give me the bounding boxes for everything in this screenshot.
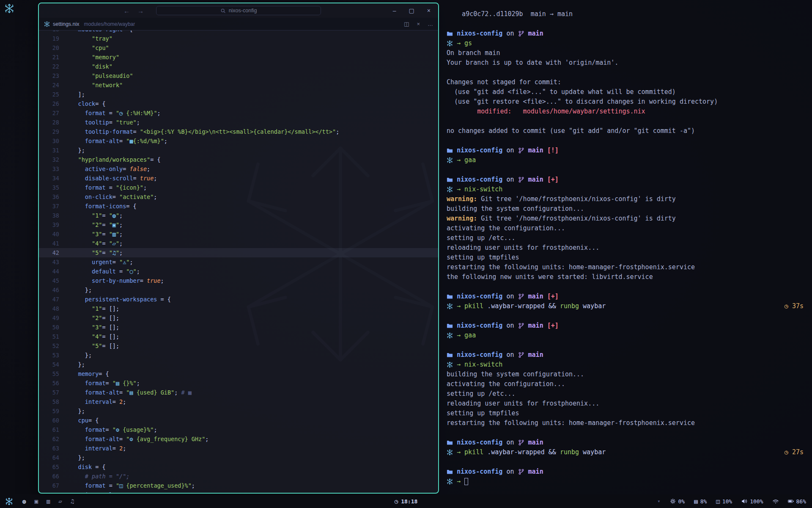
code-line-63[interactable]: 63 interval= 2; [39,444,438,453]
line-content: "hyprland/workspaces"= { [59,155,161,164]
code-line-34[interactable]: 34 disable-scroll= true; [39,174,438,183]
code-line-48[interactable]: 48 "1"= []; [39,304,438,313]
code-line-64[interactable]: 64 }; [39,453,438,462]
nav-history: ← → [123,3,144,18]
forward-button[interactable]: → [137,7,144,14]
terminal-line: On branch main [447,48,806,58]
line-number: 38 [39,211,59,220]
terminal-line: setting up tmpfiles [447,409,806,418]
split-editor-button[interactable]: ◫ [404,21,409,27]
search-text: nixos-config [229,8,257,14]
terminal-line: nixos-config on main [447,29,806,39]
nix-snowflake-icon [447,40,453,47]
code-line-26[interactable]: 26 clock= { [39,99,438,108]
code-line-65[interactable]: 65 disk = { [39,462,438,472]
clock-time: 18:18 [401,498,417,505]
code-line-22[interactable]: 22 "disk" [39,62,438,71]
volume-module[interactable]: 100% [741,498,763,505]
code-line-41[interactable]: 41 "4"= "▱"; [39,239,438,248]
terminal-line: reloading user units for frostphoenix... [447,399,806,409]
command-center-search[interactable]: nixos-config [156,6,321,15]
code-line-50[interactable]: 50 "3"= []; [39,323,438,332]
close-tab-button[interactable]: × [417,21,420,27]
code-line-36[interactable]: 36 on-click= "activate"; [39,192,438,202]
code-line-55[interactable]: 55 memory= { [39,369,438,378]
code-line-44[interactable]: 44 default = "○"; [39,267,438,276]
code-line-29[interactable]: 29 tooltip-format= "<big>{:%Y %B}</big>\… [39,127,438,136]
close-button[interactable]: × [427,7,431,14]
workspace-5-button[interactable]: ♫ [71,498,74,505]
code-line-51[interactable]: 51 "4"= []; [39,332,438,341]
code-line-40[interactable]: 40 "3"= "▥"; [39,229,438,239]
minimize-button[interactable]: – [393,7,396,14]
code-line-35[interactable]: 35 format = "{icon}"; [39,183,438,192]
code-line-56[interactable]: 56 format= "▤ {}%"; [39,378,438,388]
code-line-31[interactable]: 31 }; [39,146,438,155]
terminal-line: building the system configuration... [447,370,806,379]
code-line-27[interactable]: 27 format = "◷ {:%H:%M}"; [39,108,438,118]
clock-icon: ◷ [785,301,788,311]
more-actions-button[interactable]: … [428,21,433,27]
maximize-button[interactable]: ▢ [409,7,414,14]
code-line-21[interactable]: 21 "memory" [39,52,438,62]
code-line-39[interactable]: 39 "2"= "▣"; [39,220,438,229]
code-line-33[interactable]: 33 active-only= false; [39,164,438,174]
code-line-43[interactable]: 43 urgent= "⚠"; [39,257,438,267]
terminal-line [447,282,806,292]
code-line-47[interactable]: 47 persistent-workspaces = { [39,295,438,304]
waybar-right: ▾ 0%▤8%◫10%100%86% [657,498,812,505]
code-editor[interactable]: 18 modules-right= [19 "tray"20 "cpu"21 "… [39,30,438,493]
globe-icon: ◍ [22,498,26,505]
workspace-3-button[interactable]: ▥ [47,498,50,505]
terminal-window[interactable]: a9c0c72..d11029b main → main nixos-confi… [440,0,812,494]
code-line-66[interactable]: 66 # path = "/"; [39,472,438,481]
code-line-62[interactable]: 62 format-alt= "⚙ {avg_frequency} GHz"; [39,434,438,444]
code-line-45[interactable]: 45 sort-by-number= true; [39,276,438,285]
workspace-4-button[interactable]: ▱ [58,498,62,505]
clock-module[interactable]: ◷ 18:18 [395,498,418,505]
code-line-30[interactable]: 30 format-alt= "▦{:%d/%m}"; [39,136,438,146]
code-line-61[interactable]: 61 format= "⚙ {usage}%"; [39,425,438,434]
terminal-line: activating the configuration... [447,379,806,389]
cpu-module[interactable]: 0% [670,498,685,505]
terminal-line: reloading user units for frostphoenix... [447,243,806,253]
code-line-49[interactable]: 49 "2"= []; [39,313,438,323]
code-line-46[interactable]: 46 }; [39,285,438,295]
memory-module[interactable]: ▤8% [694,498,707,505]
code-line-18[interactable]: 18 modules-right= [ [39,30,438,34]
code-line-28[interactable]: 28 tooltip= "true"; [39,118,438,127]
code-line-68[interactable]: 68 interval= 60; [39,490,438,493]
code-line-37[interactable]: 37 format-icons= { [39,202,438,211]
code-line-60[interactable]: 60 cpu= { [39,416,438,425]
line-number: 24 [39,80,59,90]
code-line-52[interactable]: 52 "5"= []; [39,341,438,351]
workspace-2-button[interactable]: ▣ [34,498,38,505]
back-button[interactable]: ← [123,7,130,14]
line-number: 37 [39,202,59,211]
code-line-38[interactable]: 38 "1"= "◍"; [39,211,438,220]
code-line-57[interactable]: 57 format-alt= "▤ {used} GiB"; # ▦ [39,388,438,397]
code-line-58[interactable]: 58 interval= 2; [39,397,438,406]
code-line-25[interactable]: 25 ]; [39,90,438,99]
disk-module[interactable]: ◫10% [716,498,732,505]
nix-launcher-button[interactable] [5,497,13,505]
code-line-20[interactable]: 20 "cpu" [39,43,438,52]
workspace-1-button[interactable]: ◍ [22,498,26,505]
code-line-54[interactable]: 54 }; [39,360,438,369]
line-content: }; [59,453,85,462]
folder-icon [447,323,453,329]
tray-expander-button[interactable]: ▾ [657,498,660,504]
code-line-23[interactable]: 23 "pulseaudio" [39,71,438,80]
code-line-19[interactable]: 19 "tray" [39,34,438,43]
code-line-53[interactable]: 53 }; [39,351,438,360]
line-number: 58 [39,397,59,406]
code-line-24[interactable]: 24 "network" [39,80,438,90]
network-module[interactable] [773,498,779,504]
battery-module[interactable]: 86% [788,498,806,505]
line-content: "1"= "◍"; [59,211,123,220]
code-line-59[interactable]: 59 }; [39,406,438,416]
code-line-32[interactable]: 32 "hyprland/workspaces"= { [39,155,438,164]
tab-settings-nix[interactable]: settings.nix modules/home/waybar [44,21,135,27]
code-line-42[interactable]: 42 "5"= "♫"; [39,248,438,257]
code-line-67[interactable]: 67 format = "◫ {percentage_used}%"; [39,481,438,490]
